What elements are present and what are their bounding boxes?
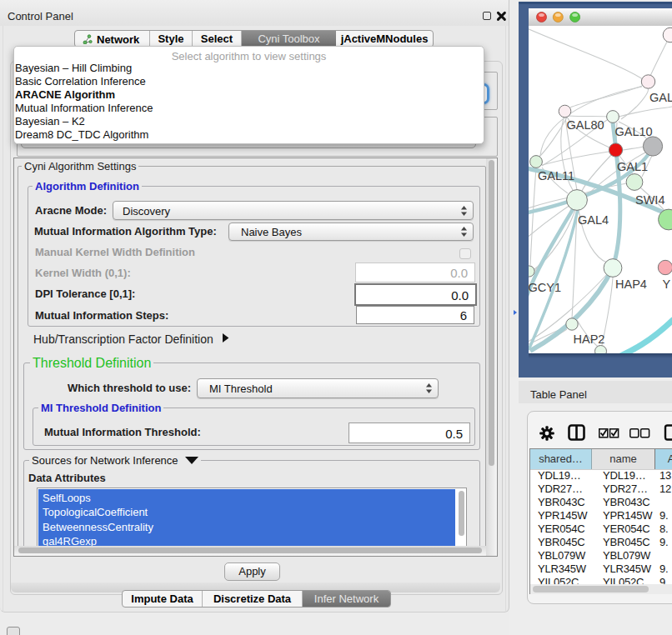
svg-text:GAL11: GAL11: [538, 169, 574, 182]
svg-text:GAL4: GAL4: [578, 213, 609, 227]
svg-text:GAL1: GAL1: [617, 160, 648, 173]
svg-text:SWI4: SWI4: [635, 193, 664, 207]
svg-text:HAP4: HAP4: [615, 278, 647, 291]
svg-text:GAL2: GAL2: [649, 91, 672, 104]
svg-text:GAL10: GAL10: [615, 125, 653, 138]
svg-text:Y: Y: [663, 278, 671, 291]
svg-text:HAP2: HAP2: [574, 332, 605, 346]
svg-text:GAL80: GAL80: [567, 118, 604, 132]
svg-text:GCY1: GCY1: [529, 281, 561, 294]
